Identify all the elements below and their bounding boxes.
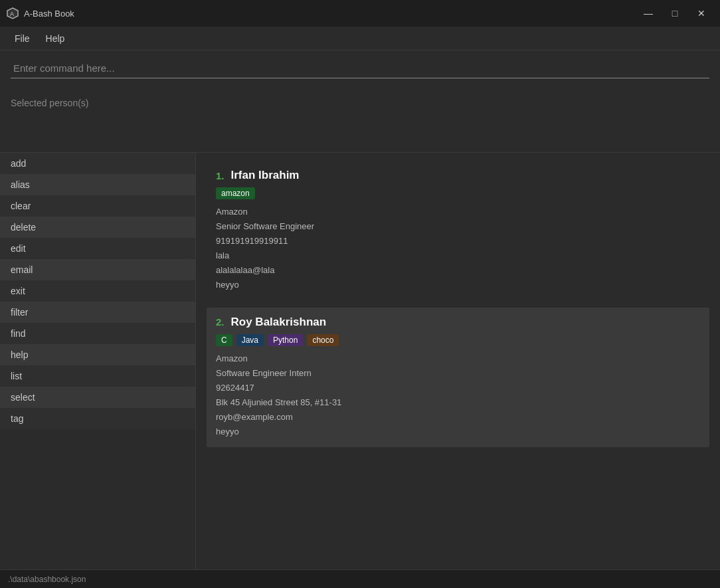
sidebar-item-tag[interactable]: tag (0, 408, 195, 429)
sidebar-item-add[interactable]: add (0, 153, 195, 174)
title-bar: A A-Bash Book — □ ✕ (0, 0, 720, 27)
contact-header: 2.Roy Balakrishnan (216, 316, 700, 329)
status-text: .\data\abashbook.json (8, 575, 86, 584)
contact-company: Amazon (216, 205, 700, 219)
maximize-button[interactable]: □ (663, 4, 687, 23)
sidebar-item-clear[interactable]: clear (0, 195, 195, 217)
contact-role: Senior Software Engineer (216, 219, 700, 234)
sidebar-item-delete[interactable]: delete (0, 217, 195, 238)
window-controls: — □ ✕ (636, 4, 713, 23)
contact-detail: AmazonSoftware Engineer Intern92624417Bl… (216, 351, 700, 440)
menu-help[interactable]: Help (38, 31, 73, 47)
svg-text:A: A (10, 11, 14, 17)
selected-label: Selected person(s) (11, 98, 89, 108)
sidebar-item-find[interactable]: find (0, 323, 195, 344)
selected-panel: Selected person(s) (0, 86, 720, 153)
sidebar-item-help[interactable]: help (0, 344, 195, 365)
contact-remark: heyyo (216, 278, 700, 292)
sidebar-item-list[interactable]: list (0, 365, 195, 387)
command-input[interactable] (11, 58, 709, 78)
contact-tag: choco (307, 334, 339, 346)
status-bar: .\data\abashbook.json (0, 569, 720, 588)
menu-bar: File Help (0, 27, 720, 50)
sidebar: add alias clear delete edit email exit f… (0, 153, 196, 569)
contact-tag: amazon (216, 187, 255, 199)
sidebar-item-edit[interactable]: edit (0, 238, 195, 259)
contact-phone: 92624417 (216, 381, 700, 395)
contact-address: Blk 45 Aljunied Street 85, #11-31 (216, 395, 700, 410)
main-area: add alias clear delete edit email exit f… (0, 153, 720, 569)
app-title: A-Bash Book (24, 9, 74, 19)
contact-company: Amazon (216, 351, 700, 366)
sidebar-item-filter[interactable]: filter (0, 302, 195, 323)
contact-role: Software Engineer Intern (216, 366, 700, 381)
contact-card[interactable]: 2.Roy BalakrishnanCJavaPythonchocoAmazon… (207, 308, 709, 448)
sidebar-item-exit[interactable]: exit (0, 280, 195, 302)
contact-list[interactable]: 1.Irfan IbrahimamazonAmazonSenior Softwa… (196, 153, 720, 569)
minimize-button[interactable]: — (636, 4, 660, 23)
contact-email: royb@example.com (216, 410, 700, 425)
contact-email: alalalalaa@lala (216, 263, 700, 278)
contact-tag: Python (268, 334, 303, 346)
close-button[interactable]: ✕ (689, 4, 713, 23)
contact-detail: AmazonSenior Software Engineer9191919199… (216, 205, 700, 293)
contact-phone: 919191919919911 (216, 234, 700, 248)
title-bar-left: A A-Bash Book (7, 7, 74, 19)
contact-address: lala (216, 248, 700, 263)
sidebar-item-alias[interactable]: alias (0, 174, 195, 195)
command-bar (0, 50, 720, 86)
contact-tag: Java (236, 334, 264, 346)
sidebar-item-select[interactable]: select (0, 387, 195, 408)
contact-name: Irfan Ibrahim (231, 169, 300, 182)
app-icon: A (7, 7, 19, 19)
contact-card[interactable]: 1.Irfan IbrahimamazonAmazonSenior Softwa… (207, 161, 709, 301)
contact-number: 2. (216, 316, 225, 328)
sidebar-item-email[interactable]: email (0, 259, 195, 280)
contact-tag: C (216, 334, 232, 346)
contact-number: 1. (216, 170, 225, 181)
contact-remark: heyyo (216, 425, 700, 439)
tag-row: amazon (216, 187, 700, 199)
tag-row: CJavaPythonchoco (216, 334, 700, 346)
menu-file[interactable]: File (7, 31, 38, 47)
contact-header: 1.Irfan Ibrahim (216, 169, 700, 182)
contact-name: Roy Balakrishnan (231, 316, 327, 329)
